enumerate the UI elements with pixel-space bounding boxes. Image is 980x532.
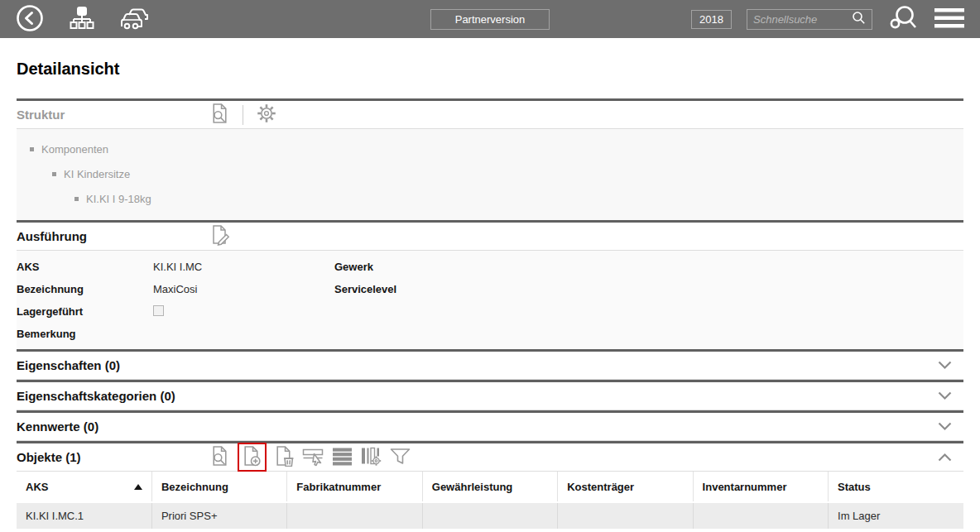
eigenschaften-title: Eigenschaften (0) bbox=[17, 358, 120, 372]
tree-item-label: Komponenten bbox=[41, 143, 108, 156]
quick-search-input[interactable] bbox=[753, 13, 852, 26]
delete-object-button[interactable] bbox=[274, 445, 295, 469]
tree-bullet bbox=[52, 172, 56, 176]
struktur-header: Struktur bbox=[17, 101, 963, 129]
chevron-up-icon[interactable] bbox=[938, 453, 952, 462]
hierarchy-icon bbox=[68, 4, 96, 35]
tree-item-ki-ki-i-9-18kg[interactable]: KI.KI I 9-18kg bbox=[17, 186, 963, 211]
field-row: Bemerkung bbox=[17, 323, 963, 345]
chevron-down-icon[interactable] bbox=[938, 361, 952, 370]
eigenschaften-header[interactable]: Eigenschaften (0) bbox=[17, 352, 963, 380]
aks-label: AKS bbox=[17, 261, 153, 273]
vehicles-nav-button[interactable] bbox=[119, 4, 152, 35]
eigenschaftskategorien-header[interactable]: Eigenschaftskategorien (0) bbox=[17, 382, 963, 410]
bezeichnung-label: Bezeichnung bbox=[17, 283, 153, 295]
lagergefuehrt-label: Lagergeführt bbox=[17, 305, 153, 318]
column-header-bezeichnung[interactable]: Bezeichnung bbox=[151, 472, 286, 502]
column-header-kostentraeger[interactable]: Kostenträger bbox=[558, 472, 693, 502]
tree-item-ki-kindersitze[interactable]: KI Kindersitze bbox=[17, 161, 963, 186]
ausfuehrung-fields: AKS KI.KI I.MC Gewerk Bezeichnung MaxiCo… bbox=[17, 251, 963, 349]
menu-icon bbox=[934, 7, 965, 32]
settings-button[interactable] bbox=[256, 103, 277, 127]
table-row[interactable]: KI.KI I.MC.1 Priori SPS+ Im Lager bbox=[17, 502, 963, 529]
main-content: Detailansicht Struktur bbox=[0, 60, 980, 532]
add-object-icon bbox=[242, 445, 262, 469]
page-title: Detailansicht bbox=[17, 60, 963, 79]
column-header-status[interactable]: Status bbox=[829, 472, 963, 502]
struktur-title: Struktur bbox=[17, 108, 209, 122]
cell-gewaehrleistung bbox=[422, 502, 557, 529]
table-header-row: AKS Bezeichnung Fabrikatnummer Gewährlei… bbox=[17, 472, 963, 502]
filter-button[interactable] bbox=[389, 445, 411, 469]
tree-item-komponenten[interactable]: Komponenten bbox=[17, 137, 963, 161]
edit-button[interactable] bbox=[209, 224, 231, 248]
add-object-button[interactable] bbox=[242, 445, 262, 469]
field-row: Lagergeführt bbox=[17, 300, 963, 323]
section-kennwerte: Kennwerte (0) bbox=[17, 410, 963, 441]
select-rows-icon bbox=[302, 445, 324, 469]
kennwerte-title: Kennwerte (0) bbox=[17, 419, 98, 434]
section-objekte: Objekte (1) bbox=[17, 441, 963, 532]
document-search-icon bbox=[209, 445, 230, 469]
column-header-gewaehrleistung[interactable]: Gewährleistung bbox=[422, 472, 557, 502]
cell-fabrikatnummer bbox=[287, 502, 422, 529]
toolbar-divider bbox=[243, 105, 243, 125]
gewerk-label: Gewerk bbox=[334, 261, 483, 273]
advanced-search-button[interactable] bbox=[887, 3, 919, 36]
column-header-aks[interactable]: AKS bbox=[17, 472, 151, 502]
cell-aks: KI.KI I.MC.1 bbox=[17, 502, 151, 529]
cell-inventarnummer bbox=[693, 502, 828, 529]
search-icon[interactable] bbox=[852, 11, 866, 28]
ausfuehrung-title: Ausführung bbox=[17, 229, 209, 243]
year-selector[interactable]: 2018 bbox=[691, 10, 732, 29]
delete-object-icon bbox=[274, 445, 295, 469]
column-label: AKS bbox=[26, 481, 48, 493]
eigenschaftskategorien-title: Eigenschaftskategorien (0) bbox=[17, 389, 175, 403]
cell-bezeichnung: Priori SPS+ bbox=[151, 502, 286, 529]
filter-icon bbox=[389, 445, 411, 469]
struktur-tree: Komponenten KI Kindersitze KI.KI I 9-18k… bbox=[17, 129, 963, 220]
ausfuehrung-toolbar bbox=[209, 224, 231, 248]
section-ausfuehrung: Ausführung AKS KI.KI I.MC Gewerk bbox=[17, 220, 963, 349]
struktur-toolbar bbox=[209, 103, 277, 127]
configure-columns-button[interactable] bbox=[360, 445, 382, 469]
advanced-search-icon bbox=[887, 3, 919, 36]
objekte-toolbar bbox=[209, 443, 411, 472]
ausfuehrung-header: Ausführung bbox=[17, 223, 963, 251]
select-rows-button[interactable] bbox=[302, 445, 324, 469]
section-eigenschaftskategorien: Eigenschaftskategorien (0) bbox=[17, 380, 963, 410]
menu-button[interactable] bbox=[934, 7, 965, 32]
section-struktur: Struktur bbox=[17, 98, 963, 220]
cell-kostentraeger bbox=[558, 502, 693, 529]
configure-columns-icon bbox=[360, 445, 382, 469]
view-object-button[interactable] bbox=[209, 445, 230, 469]
back-button[interactable] bbox=[15, 3, 45, 36]
vehicles-icon bbox=[119, 4, 152, 35]
objekte-header: Objekte (1) bbox=[17, 443, 963, 472]
bemerkung-label: Bemerkung bbox=[17, 328, 153, 340]
column-header-inventarnummer[interactable]: Inventarnummer bbox=[693, 472, 828, 502]
chevron-down-icon[interactable] bbox=[938, 391, 952, 400]
bezeichnung-value: MaxiCosi bbox=[153, 283, 334, 295]
highlight-box bbox=[238, 443, 267, 472]
list-view-button[interactable] bbox=[332, 445, 353, 469]
back-icon bbox=[15, 3, 45, 36]
tree-bullet bbox=[30, 147, 34, 151]
list-view-icon bbox=[332, 445, 353, 469]
edit-document-icon bbox=[209, 224, 231, 248]
aks-value: KI.KI I.MC bbox=[153, 261, 334, 273]
field-row: Bezeichnung MaxiCosi Servicelevel bbox=[17, 278, 963, 300]
tree-item-label: KI Kindersitze bbox=[64, 168, 130, 180]
kennwerte-header[interactable]: Kennwerte (0) bbox=[17, 413, 963, 441]
quick-search-box bbox=[747, 9, 872, 30]
lagergefuehrt-checkbox[interactable] bbox=[153, 305, 164, 316]
hierarchy-nav-button[interactable] bbox=[68, 4, 96, 35]
partnerversion-button[interactable]: Partnerversion bbox=[430, 9, 550, 30]
top-navbar: Partnerversion 2018 bbox=[0, 0, 980, 38]
column-header-fabrikatnummer[interactable]: Fabrikatnummer bbox=[287, 472, 422, 502]
objekte-title: Objekte (1) bbox=[17, 450, 209, 464]
chevron-down-icon[interactable] bbox=[938, 422, 952, 431]
section-eigenschaften: Eigenschaften (0) bbox=[17, 349, 963, 380]
cell-status: Im Lager bbox=[829, 502, 963, 529]
document-search-button[interactable] bbox=[209, 103, 230, 127]
